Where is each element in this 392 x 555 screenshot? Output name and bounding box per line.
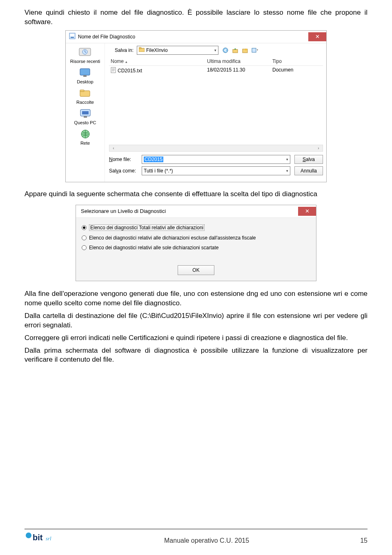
- view-menu-icon[interactable]: [251, 47, 258, 54]
- chevron-down-icon: ▾: [214, 48, 216, 52]
- back-icon[interactable]: [222, 47, 229, 54]
- file-list: Nome▴ Ultima modifica Tipo CD2015.txt: [109, 57, 323, 152]
- svg-rect-10: [82, 111, 89, 114]
- save-button[interactable]: Salva: [294, 155, 323, 164]
- save-dialog-icon: [69, 33, 76, 40]
- radio-icon: [82, 225, 87, 230]
- file-name: CD2015.txt: [118, 68, 142, 74]
- save-dialog: Nome del File Diagnostico ✕ Risorse rece…: [65, 30, 327, 182]
- footer-title: Manuale operativo C.U. 2015: [53, 537, 360, 545]
- place-desktop[interactable]: Desktop: [77, 67, 93, 84]
- col-name: Nome: [111, 58, 124, 64]
- page-number: 15: [360, 537, 368, 545]
- radio-option-1[interactable]: Elenco dei diagnostici Totali relativi a…: [82, 224, 310, 231]
- close-icon: ✕: [305, 208, 310, 214]
- chevron-down-icon: ▾: [286, 169, 288, 173]
- svg-rect-16: [233, 49, 238, 53]
- page-footer: bit srl Manuale operativo C.U. 2015 15: [0, 528, 392, 545]
- save-dialog-title: Nome del File Diagnostico: [78, 34, 135, 40]
- paragraph-2: Appare quindi la seguente schermata che …: [24, 190, 368, 199]
- svg-rect-1: [70, 34, 74, 36]
- up-icon[interactable]: [232, 47, 239, 54]
- close-icon: ✕: [315, 34, 320, 40]
- save-in-value: FileXInvio: [146, 47, 168, 53]
- textfile-icon: [111, 67, 116, 74]
- file-type: Documen: [272, 67, 323, 74]
- radio-label: Elenco dei diagnostici Totali relativi a…: [89, 224, 205, 231]
- place-label: Risorse recenti: [70, 59, 100, 64]
- svg-rect-17: [243, 49, 247, 53]
- filename-value: CD2015: [144, 157, 163, 162]
- place-label: Questo PC: [74, 120, 96, 125]
- place-label: Rete: [80, 141, 90, 145]
- close-button[interactable]: ✕: [308, 32, 326, 41]
- place-recent[interactable]: Risorse recenti: [70, 46, 100, 64]
- col-modified: Ultima modifica: [207, 58, 272, 64]
- svg-rect-14: [139, 47, 141, 49]
- page-content: Viene quindi chiesto il nome del file di…: [0, 0, 392, 365]
- svg-rect-8: [80, 90, 84, 92]
- saveas-label: Salva come:: [109, 168, 138, 174]
- horizontal-scrollbar[interactable]: ‹ ›: [109, 145, 323, 152]
- file-modified: 18/02/2015 11.30: [207, 67, 272, 74]
- radio-label: Elenco dei diagnostici relativi alle dic…: [89, 235, 256, 241]
- filename-input[interactable]: CD2015 ▾: [142, 155, 290, 164]
- paragraph-1: Viene quindi chiesto il nome del file di…: [24, 8, 368, 27]
- radio-label: Elenco dei diagnostici relativi alle sol…: [89, 245, 219, 251]
- svg-rect-11: [84, 116, 87, 118]
- svg-point-20: [26, 533, 31, 538]
- save-in-label: Salva in:: [109, 47, 134, 53]
- filename-label: Nome file:: [109, 157, 138, 162]
- svg-rect-18: [252, 48, 256, 52]
- paragraph-6: Dalla prima schermata del software di di…: [24, 346, 368, 365]
- diagnostic-titlebar: Selezionare un Livello di Diagnostici ✕: [76, 205, 316, 218]
- svg-rect-2: [71, 37, 74, 38]
- svg-text:srl: srl: [46, 535, 51, 542]
- diagnostic-title: Selezionare un Livello di Diagnostici: [81, 208, 166, 214]
- col-type: Tipo: [272, 58, 323, 64]
- radio-option-2[interactable]: Elenco dei diagnostici relativi alle dic…: [82, 235, 310, 241]
- saveas-value: Tutti i file (*.*): [144, 168, 173, 174]
- places-bar: Risorse recenti Desktop Raccolte Questo …: [66, 43, 105, 182]
- place-libraries[interactable]: Raccolte: [76, 87, 94, 105]
- scroll-right-icon[interactable]: ›: [315, 146, 322, 150]
- radio-option-3[interactable]: Elenco dei diagnostici relativi alle sol…: [82, 245, 310, 251]
- bit-logo: bit srl: [24, 531, 53, 545]
- svg-rect-6: [83, 75, 87, 77]
- file-list-header[interactable]: Nome▴ Ultima modifica Tipo: [109, 57, 323, 66]
- chevron-down-icon: ▾: [286, 157, 288, 161]
- place-thispc[interactable]: Questo PC: [74, 108, 96, 125]
- sort-asc-icon: ▴: [125, 60, 127, 64]
- diagnostic-level-dialog: Selezionare un Livello di Diagnostici ✕ …: [76, 205, 316, 281]
- save-dialog-titlebar: Nome del File Diagnostico ✕: [66, 31, 326, 43]
- cancel-button[interactable]: Annulla: [294, 166, 323, 175]
- folder-icon: [139, 47, 145, 53]
- save-in-combo[interactable]: FileXInvio ▾: [137, 46, 218, 55]
- file-row[interactable]: CD2015.txt 18/02/2015 11.30 Documen: [109, 66, 323, 76]
- paragraph-3: Alla fine dell'operazione vengono genera…: [24, 289, 368, 308]
- ok-button[interactable]: OK: [178, 265, 214, 275]
- scroll-left-icon[interactable]: ‹: [110, 146, 117, 150]
- svg-text:bit: bit: [33, 533, 43, 542]
- saveas-combo[interactable]: Tutti i file (*.*) ▾: [142, 166, 290, 175]
- place-label: Desktop: [77, 79, 93, 84]
- radio-icon: [82, 245, 87, 250]
- paragraph-4: Dalla cartella di destinazione del file …: [24, 311, 368, 330]
- paragraph-5: Correggere gli errori indicati nelle Cer…: [24, 333, 368, 343]
- svg-rect-5: [80, 69, 90, 75]
- new-folder-icon[interactable]: [241, 47, 249, 54]
- radio-icon: [82, 235, 87, 240]
- close-button[interactable]: ✕: [298, 207, 316, 216]
- place-network[interactable]: Rete: [78, 128, 93, 145]
- dialog-toolbar: [222, 47, 258, 54]
- place-label: Raccolte: [76, 100, 94, 105]
- svg-point-15: [223, 48, 228, 53]
- footer-divider: [24, 528, 368, 530]
